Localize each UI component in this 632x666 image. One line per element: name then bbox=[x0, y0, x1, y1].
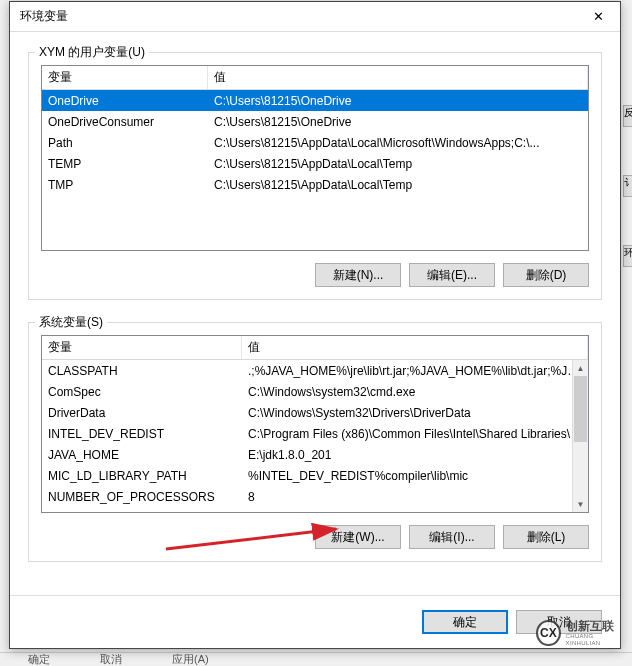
table-row[interactable]: CLASSPATH.;%JAVA_HOME%\jre\lib\rt.jar;%J… bbox=[42, 360, 588, 381]
titlebar: 环境变量 ✕ bbox=[10, 2, 620, 32]
bg-truncated-button: 环 bbox=[623, 245, 632, 267]
table-row[interactable]: NUMBER_OF_PROCESSORS8 bbox=[42, 486, 588, 507]
table-row[interactable]: TMPC:\Users\81215\AppData\Local\Temp bbox=[42, 174, 588, 195]
user-variables-legend: XYM 的用户变量(U) bbox=[35, 44, 149, 61]
cancel-button[interactable]: 取消 bbox=[516, 610, 602, 634]
system-delete-button[interactable]: 删除(L) bbox=[503, 525, 589, 549]
user-edit-button[interactable]: 编辑(E)... bbox=[409, 263, 495, 287]
user-variables-group: XYM 的用户变量(U) 变量 值 OneDriveC:\Users\81215… bbox=[28, 52, 602, 300]
user-new-button[interactable]: 新建(N)... bbox=[315, 263, 401, 287]
table-row[interactable]: JAVA_HOMEE:\jdk1.8.0_201 bbox=[42, 444, 588, 465]
system-variables-group: 系统变量(S) 变量 值 CLASSPATH.;%JAVA_HOME%\jre\… bbox=[28, 322, 602, 562]
table-row[interactable]: TEMPC:\Users\81215\AppData\Local\Temp bbox=[42, 153, 588, 174]
system-new-button[interactable]: 新建(W)... bbox=[315, 525, 401, 549]
cell-value: .;%JAVA_HOME%\jre\lib\rt.jar;%JAVA_HOME%… bbox=[242, 364, 588, 378]
cell-variable: TMP bbox=[42, 178, 208, 192]
environment-variables-dialog: 环境变量 ✕ XYM 的用户变量(U) 变量 值 OneDriveC:\User… bbox=[9, 1, 621, 649]
ok-button[interactable]: 确定 bbox=[422, 610, 508, 634]
vertical-scrollbar[interactable]: ▲ ▼ bbox=[572, 360, 588, 512]
table-row[interactable]: DriverDataC:\Windows\System32\Drivers\Dr… bbox=[42, 402, 588, 423]
dialog-title: 环境变量 bbox=[20, 8, 576, 25]
cell-value: C:\Windows\system32\cmd.exe bbox=[242, 385, 588, 399]
cell-value: C:\Program Files (x86)\Common Files\Inte… bbox=[242, 427, 588, 441]
scroll-up-icon[interactable]: ▲ bbox=[573, 360, 588, 376]
cell-variable: Path bbox=[42, 136, 208, 150]
svg-line-0 bbox=[166, 529, 336, 549]
cell-value: 8 bbox=[242, 490, 588, 504]
table-header: 变量 值 bbox=[42, 336, 588, 360]
column-variable[interactable]: 变量 bbox=[42, 336, 242, 359]
cell-value: C:\Users\81215\AppData\Local\Microsoft\W… bbox=[208, 136, 588, 150]
close-icon: ✕ bbox=[593, 9, 604, 24]
table-row[interactable]: PathC:\Users\81215\AppData\Local\Microso… bbox=[42, 132, 588, 153]
cell-value: C:\Users\81215\OneDrive bbox=[208, 115, 588, 129]
user-delete-button[interactable]: 删除(D) bbox=[503, 263, 589, 287]
bg-truncated-button: 反 bbox=[623, 105, 632, 127]
cell-variable: MIC_LD_LIBRARY_PATH bbox=[42, 469, 242, 483]
column-variable[interactable]: 变量 bbox=[42, 66, 208, 89]
cell-value: E:\jdk1.8.0_201 bbox=[242, 448, 588, 462]
close-button[interactable]: ✕ bbox=[576, 2, 620, 31]
bg-truncated-button: 讠 bbox=[623, 175, 632, 197]
system-variables-table[interactable]: 变量 值 CLASSPATH.;%JAVA_HOME%\jre\lib\rt.j… bbox=[41, 335, 589, 513]
system-edit-button[interactable]: 编辑(I)... bbox=[409, 525, 495, 549]
cell-variable: CLASSPATH bbox=[42, 364, 242, 378]
table-row[interactable]: ComSpecC:\Windows\system32\cmd.exe bbox=[42, 381, 588, 402]
cell-variable: NUMBER_OF_PROCESSORS bbox=[42, 490, 242, 504]
bg-apply: 应用(A) bbox=[172, 652, 209, 666]
table-row[interactable]: INTEL_DEV_REDISTC:\Program Files (x86)\C… bbox=[42, 423, 588, 444]
cell-variable: ComSpec bbox=[42, 385, 242, 399]
cell-variable: INTEL_DEV_REDIST bbox=[42, 427, 242, 441]
cell-variable: OneDriveConsumer bbox=[42, 115, 208, 129]
column-value[interactable]: 值 bbox=[208, 66, 588, 89]
scroll-thumb[interactable] bbox=[574, 376, 587, 442]
cell-variable: DriverData bbox=[42, 406, 242, 420]
bg-ok: 确定 bbox=[28, 652, 50, 666]
cell-variable: TEMP bbox=[42, 157, 208, 171]
dialog-footer: 确定 取消 bbox=[10, 595, 620, 648]
cell-value: C:\Windows\System32\Drivers\DriverData bbox=[242, 406, 588, 420]
scroll-down-icon[interactable]: ▼ bbox=[573, 496, 588, 512]
column-value[interactable]: 值 bbox=[242, 336, 588, 359]
table-row[interactable]: OneDriveConsumerC:\Users\81215\OneDrive bbox=[42, 111, 588, 132]
cell-variable: JAVA_HOME bbox=[42, 448, 242, 462]
cell-value: %INTEL_DEV_REDIST%compiler\lib\mic bbox=[242, 469, 588, 483]
user-variables-table[interactable]: 变量 值 OneDriveC:\Users\81215\OneDriveOneD… bbox=[41, 65, 589, 251]
cell-value: C:\Users\81215\AppData\Local\Temp bbox=[208, 178, 588, 192]
background-footer: 确定 取消 应用(A) bbox=[0, 652, 632, 666]
cell-value: C:\Users\81215\AppData\Local\Temp bbox=[208, 157, 588, 171]
table-row[interactable]: OneDriveC:\Users\81215\OneDrive bbox=[42, 90, 588, 111]
bg-cancel: 取消 bbox=[100, 652, 122, 666]
table-header: 变量 值 bbox=[42, 66, 588, 90]
cell-variable: OneDrive bbox=[42, 94, 208, 108]
table-row[interactable]: MIC_LD_LIBRARY_PATH%INTEL_DEV_REDIST%com… bbox=[42, 465, 588, 486]
cell-value: C:\Users\81215\OneDrive bbox=[208, 94, 588, 108]
system-variables-legend: 系统变量(S) bbox=[35, 314, 107, 331]
scroll-track[interactable] bbox=[573, 376, 588, 496]
